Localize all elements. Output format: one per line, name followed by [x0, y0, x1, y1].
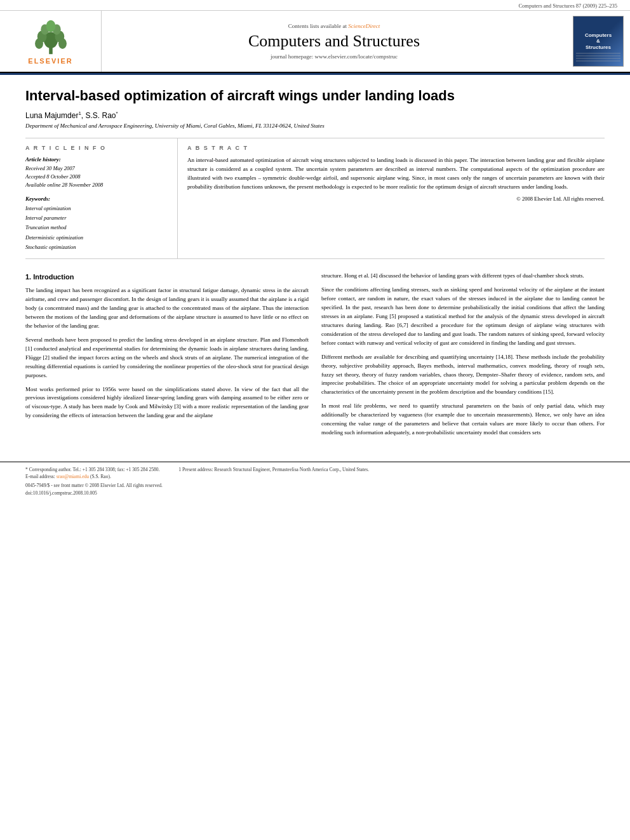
address-note: 1 Present address: Research Structural E…	[178, 466, 369, 473]
citation-bar: Computers and Structures 87 (2009) 225–2…	[0, 0, 630, 11]
email-address[interactable]: srao@miami.edu	[57, 474, 89, 479]
received-date: Received 30 May 2007	[25, 164, 168, 173]
elsevier-logo-area: ELSEVIER	[0, 11, 102, 72]
doi-line: doi:10.1016/j.compstruc.2008.10.005	[25, 490, 605, 496]
footnote-left: * Corresponding author. Tel.: +1 305 284…	[25, 466, 159, 481]
journal-homepage: journal homepage: www.elsevier.com/locat…	[271, 53, 398, 60]
corresponding-note: * Corresponding author. Tel.: +1 305 284…	[25, 466, 159, 473]
svg-point-5	[58, 38, 67, 49]
keywords-label: Keywords:	[25, 196, 168, 202]
footnote-right: 1 Present address: Research Structural E…	[178, 466, 369, 481]
authors-rest: , S.S. Rao	[81, 111, 116, 120]
body-col-right: structure. Hong et al. [4] discussed the…	[321, 272, 605, 443]
body-para-4: structure. Hong et al. [4] discussed the…	[321, 272, 605, 281]
article-info-col: A R T I C L E I N F O Article history: R…	[25, 138, 178, 258]
body-columns: 1. Introduction The landing impact has b…	[25, 272, 605, 443]
journal-thumb-area: Computers & Structures	[566, 11, 630, 72]
elsevier-logo: ELSEVIER	[28, 18, 72, 65]
email-note: E-mail address: srao@miami.edu (S.S. Rao…	[25, 473, 159, 480]
keyword-2: Interval parameter	[25, 213, 168, 223]
citation-text: Computers and Structures 87 (2009) 225–2…	[518, 3, 617, 9]
issn-line: 0045-7949/$ - see front matter © 2008 El…	[25, 483, 605, 488]
info-abstract-row: A R T I C L E I N F O Article history: R…	[25, 138, 605, 259]
article-content: Interval-based optimization of aircraft …	[0, 75, 630, 455]
elsevier-tree-icon	[29, 18, 73, 56]
elsevier-wordmark: ELSEVIER	[28, 57, 72, 65]
section1-title: 1. Introduction	[25, 272, 309, 283]
body-para-3: Most works performed prior to 1956s were…	[25, 385, 309, 421]
thumb-line3: Structures	[586, 44, 611, 50]
keywords-list: Interval optimization Interval parameter…	[25, 204, 168, 252]
svg-point-4	[35, 38, 43, 49]
sciencedirect-label: Contents lists available at	[288, 23, 347, 29]
thumb-title: Computers & Structures	[582, 30, 614, 53]
keyword-5: Stochastic optimization	[25, 243, 168, 252]
journal-thumbnail: Computers & Structures	[573, 16, 624, 67]
email-label: E-mail address:	[25, 474, 55, 479]
body-para-5: Since the conditions affecting landing s…	[321, 286, 605, 348]
thumb-decoration	[573, 51, 623, 63]
body-para-7: In most real life problems, we need to q…	[321, 402, 605, 437]
journal-header: ELSEVIER Contents lists available at Sci…	[0, 11, 630, 73]
email-person: (S.S. Rao).	[90, 474, 111, 479]
abstract-col: A B S T R A C T An interval-based automa…	[178, 138, 605, 258]
journal-title-main: Computers and Structures	[248, 32, 420, 51]
keywords-section: Keywords: Interval optimization Interval…	[25, 196, 168, 252]
svg-point-8	[46, 20, 55, 32]
body-para-1: The landing impact has been recognized a…	[25, 286, 309, 331]
authors-line: Luna Majumder1, S.S. Rao*	[25, 110, 605, 120]
body-para-6: Different methods are available for desc…	[321, 353, 605, 397]
keyword-3: Truncation method	[25, 223, 168, 232]
abstract-label: A B S T R A C T	[187, 145, 605, 151]
article-info-label: A R T I C L E I N F O	[25, 145, 168, 151]
author-2-sup: *	[116, 110, 118, 116]
abstract-text: An interval-based automated optimization…	[187, 156, 605, 192]
copyright-line: © 2008 Elsevier Ltd. All rights reserved…	[187, 196, 605, 202]
thumb-line1: Computers	[585, 32, 612, 38]
thumb-line2: &	[596, 38, 600, 44]
history-label: Article history:	[25, 156, 168, 163]
body-para-2: Several methods have been proposed to pr…	[25, 336, 309, 380]
accepted-date: Accepted 8 October 2008	[25, 173, 168, 181]
keyword-4: Deterministic optimization	[25, 233, 168, 243]
author-1: Luna Majumder	[25, 111, 78, 120]
sciencedirect-link[interactable]: ScienceDirect	[348, 23, 380, 29]
keyword-1: Interval optimization	[25, 204, 168, 213]
journal-title-area: Contents lists available at ScienceDirec…	[102, 11, 566, 72]
article-title: Interval-based optimization of aircraft …	[25, 88, 605, 104]
article-footer: * Corresponding author. Tel.: +1 305 284…	[0, 462, 630, 500]
body-col-left: 1. Introduction The landing impact has b…	[25, 272, 309, 443]
footer-notes: * Corresponding author. Tel.: +1 305 284…	[25, 466, 605, 481]
affiliation: Department of Mechanical and Aerospace E…	[25, 123, 605, 129]
sciencedirect-line: Contents lists available at ScienceDirec…	[288, 23, 380, 29]
available-date: Available online 28 November 2008	[25, 181, 168, 189]
corresponding-text: * Corresponding author. Tel.: +1 305 284…	[25, 467, 159, 472]
